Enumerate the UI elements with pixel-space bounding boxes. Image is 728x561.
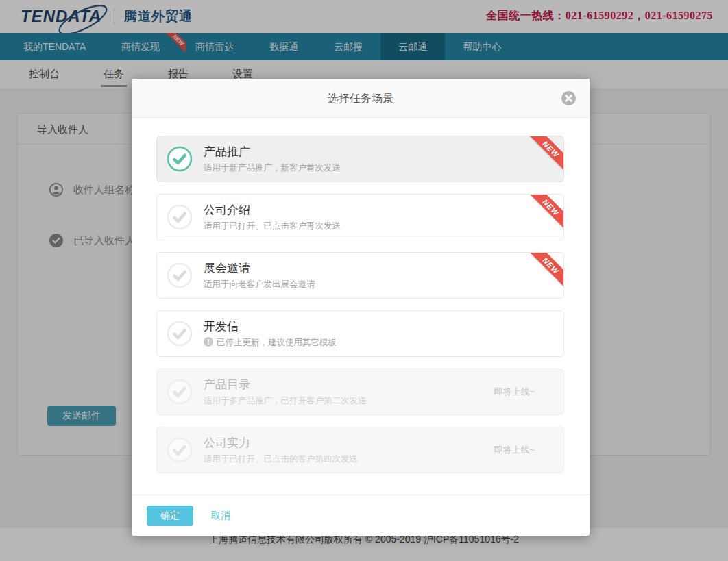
option-desc-text: 适用于已打开、已点击客户再次发送	[204, 221, 341, 232]
page: TENDATA 腾道外贸通 全国统一热线：021-61590292，021-61…	[0, 0, 728, 561]
task-scenario-modal: 选择任务场景 产品推广适用于新产品推广，新客户首次发送NEW公司介绍适用于已打开…	[132, 79, 590, 536]
checked-circle-icon	[167, 146, 193, 172]
option-desc-text: 适用于多产品推广，已打开客户第二次发送	[204, 395, 367, 407]
unchecked-circle-icon	[167, 379, 193, 405]
coming-soon-label: 即将上线~	[494, 386, 535, 398]
option-text: 公司介绍适用于已打开、已点击客户再次发送	[204, 203, 341, 232]
option-desc-text: 适用于向老客户发出展会邀请	[204, 279, 315, 290]
option-desc: 适用于已打开、已点击的客户第四次发送	[204, 453, 358, 465]
option-text: 展会邀请适用于向老客户发出展会邀请	[204, 261, 315, 290]
option-desc-text: 已停止更新，建议使用其它模板	[217, 337, 337, 349]
scenario-option-产品推广[interactable]: 产品推广适用于新产品推广，新客户首次发送NEW	[156, 136, 564, 182]
option-title: 产品目录	[204, 377, 367, 392]
modal-header: 选择任务场景	[132, 79, 590, 118]
option-title: 展会邀请	[204, 261, 315, 276]
scenario-option-产品目录: 产品目录适用于多产品推广，已打开客户第二次发送即将上线~	[156, 369, 564, 415]
cancel-button[interactable]: 取消	[211, 510, 230, 522]
option-desc: 适用于已打开、已点击客户再次发送	[204, 221, 341, 232]
close-icon[interactable]	[561, 91, 576, 105]
new-ribbon: NEW	[527, 194, 564, 231]
new-ribbon: NEW	[527, 136, 564, 173]
modal-footer: 确定 取消	[132, 495, 590, 536]
option-desc: 适用于新产品推广，新客户首次发送	[204, 162, 341, 174]
option-text: 公司实力适用于已打开、已点击的客户第四次发送	[204, 436, 358, 465]
option-title: 公司介绍	[204, 203, 341, 218]
option-text: 产品推广适用于新产品推广，新客户首次发送	[204, 145, 341, 174]
option-desc-text: 适用于新产品推广，新客户首次发送	[204, 162, 341, 174]
option-title: 公司实力	[204, 436, 358, 451]
option-title: 产品推广	[204, 145, 341, 160]
new-ribbon: NEW	[527, 252, 564, 289]
modal-title: 选择任务场景	[328, 92, 393, 104]
unchecked-circle-icon	[167, 437, 193, 463]
option-desc: 适用于向老客户发出展会邀请	[204, 279, 315, 290]
coming-soon-label: 即将上线~	[494, 444, 535, 456]
unchecked-circle-icon	[167, 262, 193, 288]
option-title: 开发信	[204, 319, 337, 334]
option-text: 开发信已停止更新，建议使用其它模板	[204, 319, 337, 349]
scenario-list: 产品推广适用于新产品推广，新客户首次发送NEW公司介绍适用于已打开、已点击客户再…	[132, 118, 590, 495]
new-ribbon-label: NEW	[528, 136, 564, 172]
option-desc: 适用于多产品推广，已打开客户第二次发送	[204, 395, 367, 407]
unchecked-circle-icon	[167, 204, 193, 230]
confirm-button[interactable]: 确定	[147, 506, 193, 526]
scenario-option-开发信[interactable]: 开发信已停止更新，建议使用其它模板	[156, 310, 564, 357]
new-ribbon-label: NEW	[528, 194, 564, 230]
option-desc: 已停止更新，建议使用其它模板	[204, 337, 337, 349]
option-desc-text: 适用于已打开、已点击的客户第四次发送	[204, 453, 358, 465]
scenario-option-展会邀请[interactable]: 展会邀请适用于向老客户发出展会邀请NEW	[156, 252, 564, 299]
info-icon	[204, 337, 213, 349]
new-ribbon-label: NEW	[528, 252, 564, 288]
scenario-option-公司介绍[interactable]: 公司介绍适用于已打开、已点击客户再次发送NEW	[156, 194, 564, 240]
option-text: 产品目录适用于多产品推广，已打开客户第二次发送	[204, 377, 367, 407]
unchecked-circle-icon	[167, 321, 193, 347]
scenario-option-公司实力: 公司实力适用于已打开、已点击的客户第四次发送即将上线~	[156, 427, 564, 473]
